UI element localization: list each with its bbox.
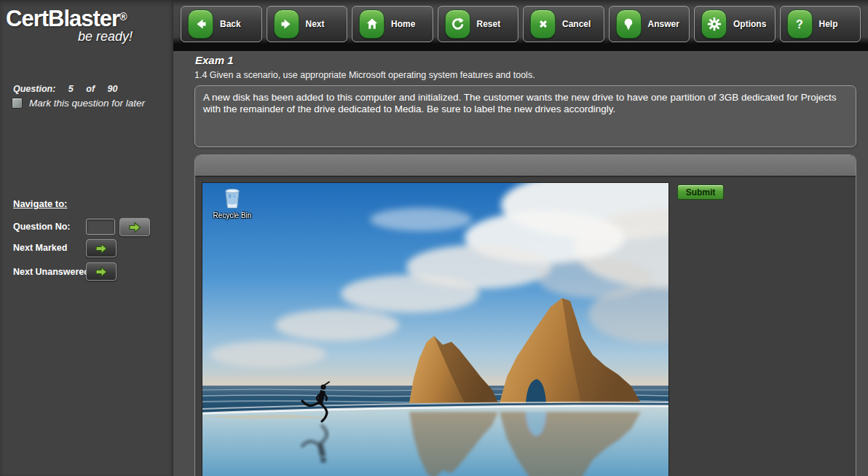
toolbar: Back Next Home Reset Cancel Answer [173,0,868,51]
next-arrow-icon [274,9,299,39]
logo-tagline: be ready! [0,29,133,44]
next-unanswered-label: Next Unanswered [13,267,90,277]
answer-button[interactable]: Answer [609,6,690,42]
button-label: Reset [477,19,501,29]
question-counter: Question: 5 of 90 [13,84,127,94]
question-no-label: Question No: [13,222,70,232]
simulation-panel-body: Recycle Bin Submit [195,179,856,476]
recycle-bin-label: Recycle Bin [210,211,255,219]
question-text-box: A new disk has been added to this comput… [194,85,856,147]
question-total-number: 90 [108,84,118,94]
main-content: Exam 1 1.4 Given a scenario, use appropr… [173,51,868,476]
registered-mark: ® [119,11,127,23]
simulation-panel-header [195,155,856,177]
mark-question-row: Mark this question for later [12,98,145,109]
green-arrow-icon [94,265,108,279]
next-button[interactable]: Next [267,6,348,42]
button-label: Answer [648,19,679,29]
question-no-input[interactable] [86,219,115,235]
options-button[interactable]: Options [694,6,776,42]
submit-button[interactable]: Submit [677,184,724,200]
next-unanswered-button[interactable] [86,262,117,281]
next-marked-button[interactable] [86,239,117,257]
logo-title: CertBlaster [6,6,119,31]
question-mark-icon: ? [787,9,813,39]
mark-question-label: Mark this question for later [29,98,145,109]
question-current-number: 5 [68,84,74,94]
navigate-to-heading: Navigate to: [13,198,67,209]
svg-text:?: ? [796,18,803,31]
gear-icon [701,9,727,39]
green-arrow-icon [127,220,142,235]
recycle-bin-glyph [222,186,242,209]
cancel-button[interactable]: Cancel [523,6,604,42]
cancel-x-icon [530,9,556,39]
button-label: Next [306,19,325,29]
button-label: Back [220,19,241,29]
button-label: Options [733,19,766,29]
sidebar: CertBlaster® be ready! Question: 5 of 90… [0,0,173,476]
button-label: Help [819,19,838,29]
beach-wallpaper [202,183,668,476]
recycle-bin-icon[interactable]: Recycle Bin [210,186,255,219]
certblaster-app: CertBlaster® be ready! Question: 5 of 90… [0,0,868,476]
mark-question-checkbox[interactable] [12,98,23,109]
green-arrow-icon [94,241,108,256]
home-button[interactable]: Home [352,6,433,42]
go-to-question-button[interactable] [119,218,150,236]
lightbulb-icon [616,9,642,39]
back-arrow-icon [188,9,213,39]
desktop-screenshot[interactable]: Recycle Bin [202,183,668,476]
next-marked-label: Next Marked [13,243,67,253]
reset-icon [445,9,470,39]
exam-objective: 1.4 Given a scenario, use appropriate Mi… [194,70,535,80]
home-icon [359,9,384,39]
reset-button[interactable]: Reset [438,6,519,42]
app-logo: CertBlaster® [6,6,127,32]
simulation-panel: Recycle Bin Submit [194,155,856,476]
button-label: Home [391,19,415,29]
help-button[interactable]: ? Help [780,6,861,42]
back-button[interactable]: Back [181,6,262,42]
question-of-label: of [86,84,95,94]
question-counter-label: Question: [13,84,55,94]
exam-title: Exam 1 [195,54,234,66]
button-label: Cancel [562,19,591,29]
